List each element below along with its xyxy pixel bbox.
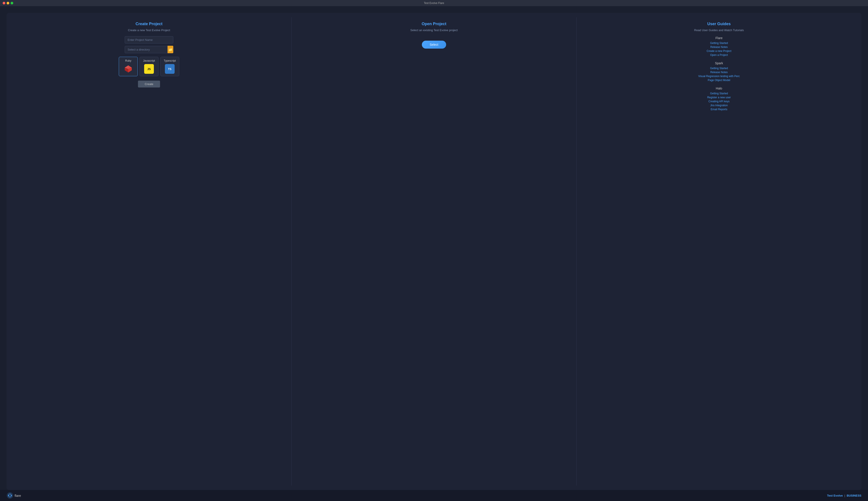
typescript-icon: TS [165,64,175,74]
footer: flare Test Evolve | BUSINESS [0,490,868,501]
window-title: Test Evolve Flare [424,1,444,4]
project-name-input[interactable] [125,36,173,43]
flare-release-notes-link[interactable]: Release Notes [583,45,855,49]
spark-section-title: Spark [583,61,855,65]
svg-point-5 [7,492,13,499]
user-guides-title: User Guides [707,22,731,26]
typescript-label: Typescript [164,59,176,62]
main-content: Create Project Create a new Test Evolve … [7,13,861,490]
guide-section-flare: Flare Getting Started Release Notes Crea… [583,36,855,57]
user-guides-panel: User Guides Read User Guides and Watch T… [576,13,861,490]
ruby-label: Ruby [125,59,131,62]
close-button[interactable] [3,2,5,4]
ruby-icon [123,64,133,74]
footer-logo: flare [7,492,21,499]
directory-input[interactable] [125,46,167,53]
spark-release-notes-link[interactable]: Release Notes [583,71,855,74]
spark-getting-started-link[interactable]: Getting Started [583,67,855,70]
maximize-button[interactable] [11,2,13,4]
footer-logo-text: flare [14,494,21,498]
open-project-panel: Open Project Select an existing Test Evo… [292,13,576,490]
halo-jira-link[interactable]: Jira Integration [583,104,855,107]
footer-brand: Test Evolve | BUSINESS [827,494,861,497]
halo-section-title: Halo [583,87,855,90]
directory-row: 📁 [125,46,173,53]
create-project-title: Create Project [135,22,163,26]
halo-register-user-link[interactable]: Register a new user [583,96,855,99]
spark-visual-regression-link[interactable]: Visual Regression testing with Perc [583,75,855,78]
footer-brand-highlight: BUSINESS [847,494,861,497]
flare-getting-started-link[interactable]: Getting Started [583,42,855,45]
user-guides-subtitle: Read User Guides and Watch Tutorials [694,29,744,32]
svg-point-6 [8,495,9,496]
language-cards: Ruby Javascript [119,57,179,76]
footer-brand-name: Test Evolve [827,494,843,497]
flare-logo-icon [7,492,13,499]
browse-folder-button[interactable]: 📁 [167,46,173,53]
javascript-icon: JS [144,64,154,74]
open-project-title: Open Project [422,22,446,26]
halo-api-keys-link[interactable]: Creating API keys [583,100,855,103]
halo-getting-started-link[interactable]: Getting Started [583,92,855,95]
flare-section-title: Flare [583,36,855,40]
typescript-language-card[interactable]: Typescript TS [160,57,179,76]
window-controls [3,2,13,4]
minimize-button[interactable] [7,2,9,4]
open-project-subtitle: Select an existing Test Evolve project [410,29,458,32]
ruby-language-card[interactable]: Ruby [119,57,138,76]
flare-create-project-link[interactable]: Create a new Project [583,50,855,53]
flare-open-project-link[interactable]: Open a Project [583,53,855,56]
javascript-label: Javascript [143,59,155,62]
create-project-subtitle: Create a new Test Evolve Project [128,29,170,32]
titlebar: Test Evolve Flare [0,0,868,6]
svg-point-7 [11,495,12,496]
create-button[interactable]: Create [138,81,160,87]
guide-section-halo: Halo Getting Started Register a new user… [583,87,855,112]
guide-section-spark: Spark Getting Started Release Notes Visu… [583,61,855,83]
halo-email-reports-link[interactable]: Email Reports [583,108,855,111]
javascript-language-card[interactable]: Javascript JS [140,57,158,76]
select-project-button[interactable]: Select [422,41,446,49]
spark-page-object-link[interactable]: Page Object Model [583,79,855,82]
create-project-panel: Create Project Create a new Test Evolve … [7,13,292,490]
